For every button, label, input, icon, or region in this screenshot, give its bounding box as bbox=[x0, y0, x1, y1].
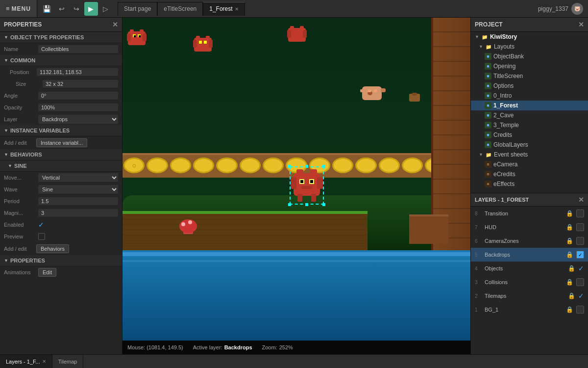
tab-1forest[interactable]: 1_Forest ✕ bbox=[203, 2, 245, 16]
events-folder[interactable]: ▼ 📁 Event sheets bbox=[471, 150, 588, 159]
svg-point-43 bbox=[181, 222, 185, 226]
enabled-label: Enabled bbox=[4, 222, 38, 228]
bottom-tab-layers[interactable]: Layers - 1_F... ✕ bbox=[0, 355, 52, 368]
section-sine[interactable]: ▼ SINE bbox=[0, 160, 122, 172]
tab-forest-close[interactable]: ✕ bbox=[235, 6, 239, 12]
layer-6-vis[interactable] bbox=[576, 237, 584, 245]
tab-start-page[interactable]: Start page bbox=[118, 2, 157, 16]
layer-row-8[interactable]: 8 Transition 🔒 bbox=[471, 207, 588, 220]
properties-close-button[interactable]: ✕ bbox=[112, 21, 118, 28]
undo-button[interactable]: ↩ bbox=[55, 2, 69, 16]
ground-dirt bbox=[122, 214, 368, 250]
layer-8-name: Transition bbox=[485, 210, 563, 216]
tab-etitle-label: eTitleScreen bbox=[164, 5, 196, 12]
magni-value[interactable]: 3 bbox=[38, 209, 118, 217]
menu-icon: ≡ bbox=[6, 5, 10, 12]
bottom-tab-layers-close[interactable]: ✕ bbox=[42, 359, 46, 364]
svg-rect-20 bbox=[300, 26, 304, 31]
preview-checkbox[interactable] bbox=[38, 233, 45, 240]
project-close-button[interactable]: ✕ bbox=[578, 21, 584, 28]
event-icon-ecamera: ≡ bbox=[485, 161, 491, 168]
layer-7-vis[interactable] bbox=[576, 223, 584, 231]
layout-credits[interactable]: ■ Credits bbox=[471, 130, 588, 140]
edit-button[interactable]: Edit bbox=[38, 268, 56, 277]
layers-list: 8 Transition 🔒 7 HUD 🔒 6 CameraZones 🔒 bbox=[471, 207, 588, 354]
instance-vars-add-row: Add / edit Instance variabl... bbox=[0, 136, 122, 149]
section-instance-vars[interactable]: ▼ INSTANCE VARIABLES bbox=[0, 125, 122, 136]
layout-titlescreen[interactable]: ■ TitleScreen bbox=[471, 71, 588, 81]
bottom-tab-tilemap[interactable]: Tilemap bbox=[52, 355, 84, 368]
save-button[interactable]: 💾 bbox=[40, 2, 54, 16]
layers-close-button[interactable]: ✕ bbox=[578, 196, 584, 204]
section-object-type[interactable]: ▼ OBJECT TYPE PROPERTIES bbox=[0, 32, 122, 43]
layout-0intro[interactable]: ■ 0_Intro bbox=[471, 91, 588, 101]
layer-5-name: Backdrops bbox=[485, 252, 563, 258]
coin bbox=[355, 158, 376, 173]
name-value[interactable]: Collectibles bbox=[38, 45, 118, 53]
layer-row-1[interactable]: 1 BG_1 🔒 bbox=[471, 303, 588, 316]
position-value[interactable]: 1132.181, 118.53 bbox=[37, 68, 118, 76]
behaviors-button[interactable]: Behaviors bbox=[36, 244, 69, 253]
active-layer-prefix: Active layer: bbox=[193, 344, 222, 350]
period-row: Period 1.5 bbox=[0, 195, 122, 207]
play-button[interactable]: ▶ bbox=[84, 2, 98, 16]
wave-select[interactable]: Sine Triangle bbox=[38, 185, 118, 194]
layout-options[interactable]: ■ Options bbox=[471, 81, 588, 91]
section-properties-sub[interactable]: ▼ PROPERTIES bbox=[0, 255, 122, 266]
layers-panel: LAYERS - 1_FOREST ✕ 8 Transition 🔒 7 HUD… bbox=[471, 193, 588, 354]
opacity-row: Opacity 100% bbox=[0, 102, 122, 113]
mouse-coords: Mouse: (1081.4, 149.5) bbox=[127, 344, 183, 350]
layer-3-lock-icon: 🔒 bbox=[566, 279, 573, 286]
layer-3-vis[interactable] bbox=[576, 278, 584, 286]
layer-1-vis[interactable] bbox=[576, 306, 584, 314]
layer-row-2[interactable]: 2 Tilemaps 🔒 ✓ bbox=[471, 289, 588, 303]
tab-etitlescreen[interactable]: eTitleScreen bbox=[157, 2, 203, 16]
event-ecamera[interactable]: ≡ eCamera bbox=[471, 159, 588, 169]
layer-row-4[interactable]: 4 Objects 🔒 ✓ bbox=[471, 262, 588, 275]
layout-1forest[interactable]: ■ 1_Forest bbox=[471, 101, 588, 110]
layer-row-5[interactable]: 5 Backdrops 🔒 ✓ bbox=[471, 248, 588, 262]
game-canvas[interactable]: ○ bbox=[122, 18, 470, 341]
event-eeffects[interactable]: ≡ eEffects bbox=[471, 179, 588, 189]
layout-opening[interactable]: ■ Opening bbox=[471, 61, 588, 71]
size-value[interactable]: 32 x 32 bbox=[43, 80, 118, 88]
event-ecredits[interactable]: ≡ eCredits bbox=[471, 169, 588, 179]
opacity-value[interactable]: 100% bbox=[38, 104, 118, 111]
layouts-folder[interactable]: ▼ 📁 Layouts bbox=[471, 42, 588, 52]
svg-rect-8 bbox=[139, 35, 141, 37]
layer-row-3[interactable]: 3 Collisions 🔒 bbox=[471, 275, 588, 289]
instance-vars-button[interactable]: Instance variabl... bbox=[36, 138, 87, 147]
section-behaviors[interactable]: ▼ BEHAVIORS bbox=[0, 149, 122, 160]
layer-8-vis[interactable] bbox=[576, 210, 584, 217]
debug-button[interactable]: ▷ bbox=[99, 2, 113, 16]
layer-3-name: Collisions bbox=[485, 279, 563, 285]
section-common[interactable]: ▼ COMMON bbox=[0, 55, 122, 66]
properties-panel: PROPERTIES ✕ ▼ OBJECT TYPE PROPERTIES Na… bbox=[0, 18, 122, 354]
project-root[interactable]: ▼ 📁 KiwiStory bbox=[471, 32, 588, 42]
layout-objectbank[interactable]: ■ ObjectBank bbox=[471, 52, 588, 61]
section-sine-label: SINE bbox=[14, 163, 27, 169]
angle-value[interactable]: 0° bbox=[38, 92, 118, 100]
period-value[interactable]: 1.5 bbox=[38, 197, 118, 205]
props-sub-arrow-icon: ▼ bbox=[4, 258, 8, 263]
layout-globallayers[interactable]: ■ GlobalLayers bbox=[471, 140, 588, 150]
layout-opening-label: Opening bbox=[493, 63, 515, 70]
redo-button[interactable]: ↪ bbox=[70, 2, 83, 16]
layout-2cave[interactable]: ■ 2_Cave bbox=[471, 110, 588, 120]
menu-button[interactable]: ≡ MENU bbox=[0, 0, 37, 17]
layout-titlescreen-label: TitleScreen bbox=[493, 73, 523, 79]
name-label: Name bbox=[4, 46, 38, 52]
enabled-checkbox[interactable]: ✓ bbox=[38, 221, 44, 229]
layout-3temple[interactable]: ■ 3_Temple bbox=[471, 120, 588, 130]
layer-row-7[interactable]: 7 HUD 🔒 bbox=[471, 220, 588, 234]
layer-row-6[interactable]: 6 CameraZones 🔒 bbox=[471, 234, 588, 248]
layer-select[interactable]: Backdrops Objects HUD bbox=[38, 115, 118, 124]
move-select[interactable]: Vertical Horizontal bbox=[38, 173, 118, 182]
right-panel: PROJECT ✕ ▼ 📁 KiwiStory ▼ 📁 Layouts ■ Ob… bbox=[470, 18, 588, 354]
angle-row: Angle 0° bbox=[0, 90, 122, 102]
layer-5-vis[interactable]: ✓ bbox=[576, 251, 584, 259]
position-row: Position 1132.181, 118.53 bbox=[0, 66, 122, 78]
wave-label: Wave bbox=[4, 186, 38, 192]
move-label: Move... bbox=[4, 175, 38, 181]
event-icon-ecredits: ≡ bbox=[485, 171, 491, 178]
